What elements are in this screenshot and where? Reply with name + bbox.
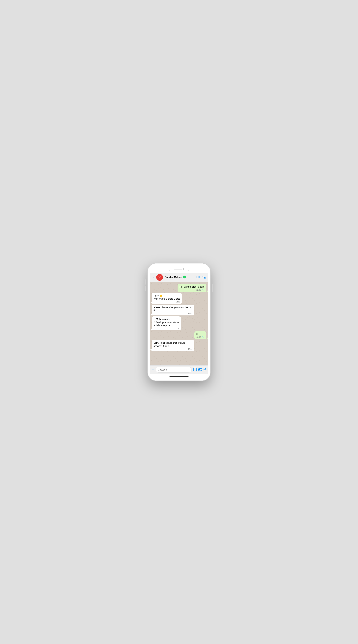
message-input-bar: + [150, 366, 208, 374]
message-received-2: Hello 👋 Welcome to Sandra Cakes 12:01 [152, 293, 182, 304]
chat-area: Hi, I want to order a cake 12:01 ✓✓ Hell… [150, 282, 208, 366]
message-meta: 12:02 [154, 348, 192, 350]
message-received-3: Please choose what you would like to do:… [152, 305, 194, 316]
message-text: Sorry, I didn't catch that. Please answe… [154, 341, 192, 348]
home-bar [170, 376, 188, 376]
message-text: 1. Make an order 2. Track your order sta… [154, 318, 179, 327]
message-meta: 12:02 ✓✓ [196, 336, 204, 338]
attach-button[interactable]: + [152, 368, 154, 372]
message-time: 12:01 [188, 312, 192, 314]
message-received-6: Sorry, I didn't catch that. Please answe… [152, 340, 194, 351]
notch [168, 267, 190, 272]
message-meta: 12:01 [154, 312, 192, 314]
chat-header: ‹ SC Sandra Cakes [150, 273, 208, 282]
back-button[interactable]: ‹ [152, 275, 155, 280]
speaker-icon [174, 269, 182, 270]
phone-device: ‹ SC Sandra Cakes [148, 264, 210, 380]
svg-rect-5 [204, 368, 206, 370]
message-sent-1: Hi, I want to order a cake 12:01 ✓✓ [178, 284, 206, 292]
contact-info[interactable]: Sandra Cakes [164, 276, 194, 279]
message-received-4: 1. Make an order 2. Track your order sta… [152, 316, 181, 330]
svg-rect-1 [196, 276, 199, 278]
sticker-button[interactable] [193, 368, 197, 372]
message-sent-5: 0 12:02 ✓✓ [194, 331, 206, 339]
camera-button[interactable] [198, 368, 202, 372]
svg-point-0 [183, 276, 186, 278]
message-time: 12:01 [174, 328, 179, 329]
microphone-button[interactable] [204, 368, 206, 372]
message-input[interactable] [156, 367, 192, 372]
svg-point-4 [200, 369, 201, 370]
camera-icon [183, 268, 184, 270]
contact-name: Sandra Cakes [164, 276, 182, 279]
voice-call-button[interactable] [202, 276, 206, 280]
home-indicator [150, 374, 208, 378]
message-meta: 12:01 [154, 301, 180, 303]
message-time: 12:01 [196, 289, 201, 291]
volume-buttons [145, 280, 146, 291]
volume-down-button [145, 286, 146, 291]
phone-screen: ‹ SC Sandra Cakes [150, 266, 208, 378]
message-text: Hello 👋 Welcome to Sandra Cakes [154, 294, 180, 300]
message-meta: 12:01 [154, 328, 179, 329]
message-ticks: ✓✓ [201, 336, 204, 338]
power-button [212, 284, 213, 292]
message-text: Please choose what you would like to do: [154, 306, 192, 312]
message-ticks: ✓✓ [201, 289, 204, 291]
contact-avatar: SC [156, 274, 163, 281]
video-call-button[interactable] [196, 276, 200, 279]
verified-icon [183, 276, 186, 279]
message-text: Hi, I want to order a cake [180, 285, 204, 288]
message-time: 12:02 [196, 336, 201, 338]
message-time: 12:01 [176, 301, 180, 303]
header-actions [196, 276, 206, 280]
message-time: 12:02 [188, 348, 192, 350]
volume-up-button [145, 280, 146, 284]
svg-rect-2 [194, 368, 196, 371]
message-meta: 12:01 ✓✓ [180, 289, 204, 291]
message-text: 0 [196, 332, 204, 336]
status-bar [150, 266, 208, 273]
